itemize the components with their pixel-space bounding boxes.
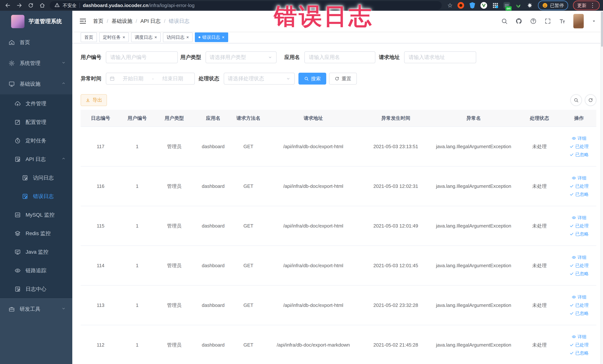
- ignored-link[interactable]: 已忽略: [569, 271, 589, 277]
- browser-back-icon[interactable]: [4, 2, 12, 9]
- exception-time-range-picker[interactable]: 开始日期 - 结束日期: [106, 73, 195, 84]
- chart-icon: [14, 212, 21, 218]
- user-id-input[interactable]: [106, 51, 178, 63]
- reset-button[interactable]: 重置: [329, 73, 357, 84]
- detail-link[interactable]: 详细: [572, 175, 587, 181]
- app-name-input[interactable]: [304, 51, 375, 63]
- close-icon[interactable]: ×: [186, 35, 189, 39]
- fold-sidebar-icon[interactable]: [79, 17, 87, 25]
- sidebar-item-system-management[interactable]: 系统管理: [0, 53, 72, 74]
- sidebar-item-api-log[interactable]: API 日志: [0, 150, 72, 169]
- tab-home[interactable]: 首页: [81, 33, 97, 42]
- table-cell: 管理员: [154, 325, 195, 364]
- tab-scheduled-tasks[interactable]: 定时任务×: [99, 33, 129, 42]
- security-label[interactable]: 不安全: [63, 2, 77, 9]
- tab-error-log[interactable]: 错误日志×: [195, 33, 228, 42]
- user-type-select[interactable]: 请选择用户类型: [206, 51, 277, 63]
- tool-icon: [9, 306, 15, 312]
- table-cell: /api/infra/db-doc/export-html: [265, 206, 361, 246]
- tab-access-log[interactable]: 访问日志×: [163, 33, 193, 42]
- chevron-down-icon[interactable]: [591, 19, 596, 23]
- search-button[interactable]: 搜索: [299, 73, 326, 84]
- sidebar-item-infrastructure[interactable]: 基础设施: [0, 74, 72, 94]
- close-icon[interactable]: ×: [222, 35, 224, 39]
- breadcrumb-infrastructure[interactable]: 基础设施: [112, 18, 132, 25]
- ignored-link[interactable]: 已忽略: [569, 310, 589, 316]
- breadcrumb-api-log[interactable]: API 日志: [140, 18, 161, 25]
- chevron-down-icon: [286, 76, 291, 81]
- sidebar-item-access-log[interactable]: 访问日志: [0, 169, 72, 187]
- processed-link[interactable]: 已处理: [569, 263, 589, 269]
- detail-link[interactable]: 详细: [572, 215, 587, 221]
- detail-link[interactable]: 详细: [572, 254, 587, 260]
- processed-link[interactable]: 已处理: [569, 342, 589, 348]
- home-icon: [9, 39, 15, 46]
- extension-orange-icon[interactable]: [457, 2, 464, 9]
- paused-label: 已暂停: [550, 2, 564, 9]
- sidebar-item-redis-monitor[interactable]: Redis 监控: [0, 224, 72, 243]
- extension-puzzle-icon[interactable]: [526, 2, 533, 9]
- browser-home-icon[interactable]: [39, 2, 46, 9]
- sidebar-item-scheduled-tasks[interactable]: 定时任务: [0, 131, 72, 150]
- close-icon[interactable]: ×: [123, 35, 125, 39]
- tab-schedule-log[interactable]: 调度日志×: [131, 33, 161, 42]
- breadcrumb-home[interactable]: 首页: [93, 18, 104, 25]
- detail-link[interactable]: 详细: [572, 294, 587, 300]
- font-size-icon[interactable]: [559, 18, 566, 24]
- close-icon[interactable]: ×: [154, 35, 157, 39]
- ignored-link[interactable]: 已忽略: [569, 231, 589, 237]
- sidebar-item-label: 链路追踪: [26, 267, 46, 274]
- browser-forward-icon[interactable]: [16, 2, 23, 9]
- sidebar-item-home[interactable]: 首页: [0, 32, 72, 53]
- help-icon[interactable]: [530, 18, 537, 24]
- processed-link[interactable]: 已处理: [569, 302, 589, 308]
- extension-shield-icon[interactable]: [469, 2, 476, 9]
- process-status-select[interactable]: 请选择处理状态: [224, 73, 295, 84]
- table-cell: 117: [81, 127, 120, 166]
- address-bar[interactable]: 不安全 dashboard.yudao.iocoder.cn/infra/log…: [50, 1, 442, 10]
- sidebar-item-java-monitor[interactable]: Java 监控: [0, 243, 72, 261]
- browser-reload-icon[interactable]: [27, 2, 35, 9]
- sidebar: 芋道管理系统 首页系统管理基础设施 文件管理配置管理定时任务API 日志访问日志…: [0, 11, 72, 364]
- table-cell: 113: [81, 285, 120, 325]
- app-logo[interactable]: 芋道管理系统: [0, 11, 72, 32]
- ignored-link[interactable]: 已忽略: [569, 350, 589, 356]
- sidebar-item-mysql-monitor[interactable]: MySQL 监控: [0, 206, 72, 224]
- detail-link[interactable]: 详细: [572, 334, 587, 340]
- processed-link[interactable]: 已处理: [569, 223, 589, 229]
- toggle-search-button[interactable]: [570, 94, 582, 106]
- sidebar-item-dev-tools[interactable]: 研发工具: [0, 299, 72, 319]
- sidebar-item-trace[interactable]: 链路追踪: [0, 261, 72, 280]
- extension-plant-icon[interactable]: [515, 2, 522, 9]
- processed-link[interactable]: 已处理: [569, 143, 589, 150]
- table-cell: 1: [120, 285, 154, 325]
- export-button[interactable]: 导出: [81, 94, 107, 106]
- sidebar-item-log-center[interactable]: 日志中心: [0, 280, 72, 298]
- sidebar-item-config-management[interactable]: 配置管理: [0, 113, 72, 131]
- bookmark-star-icon[interactable]: ☆: [447, 2, 453, 8]
- table-cell: 管理员: [154, 166, 195, 206]
- extension-v-icon[interactable]: [480, 2, 487, 9]
- request-url-input[interactable]: [404, 51, 476, 63]
- browser-menu-icon[interactable]: ⋮: [590, 3, 595, 8]
- ignored-link[interactable]: 已忽略: [569, 152, 589, 158]
- processed-link[interactable]: 已处理: [569, 183, 589, 189]
- ignored-link[interactable]: 已忽略: [569, 191, 589, 197]
- sidebar-item-error-log[interactable]: 错误日志: [0, 187, 72, 206]
- fullscreen-icon[interactable]: [545, 18, 551, 24]
- emoji-face-icon: [542, 3, 548, 8]
- search-icon[interactable]: [501, 18, 508, 24]
- update-button[interactable]: 更新 ⋮: [573, 0, 600, 10]
- github-icon[interactable]: [515, 18, 522, 24]
- scrollbar-thumb[interactable]: [601, 12, 603, 47]
- user-avatar[interactable]: [573, 14, 584, 28]
- extension-grid-icon[interactable]: [492, 2, 499, 9]
- extension-onoff-icon[interactable]: on: [503, 2, 510, 9]
- refresh-table-button[interactable]: [585, 94, 596, 106]
- tags-view-bar: 首页定时任务×调度日志×访问日志×错误日志×: [72, 32, 603, 43]
- sidebar-item-file-management[interactable]: 文件管理: [0, 94, 72, 113]
- action-label: 已忽略: [575, 152, 589, 158]
- page-scrollbar[interactable]: [600, 11, 603, 364]
- paused-badge[interactable]: 已暂停: [538, 0, 568, 10]
- detail-link[interactable]: 详细: [572, 135, 587, 141]
